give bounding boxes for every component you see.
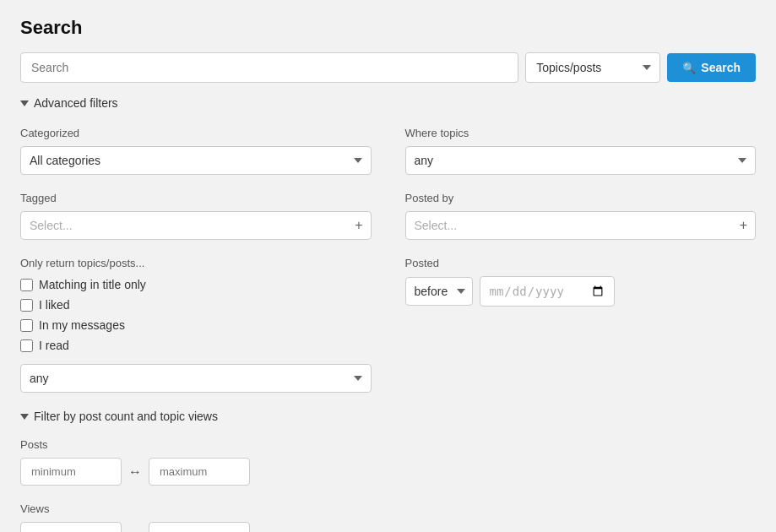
views-min-input[interactable] xyxy=(20,522,122,532)
where-topics-label: Where topics xyxy=(405,127,757,139)
posted-row: before after xyxy=(405,276,757,307)
posts-range-row: ↔ xyxy=(20,458,756,486)
checkbox-in-my-messages[interactable]: In my messages xyxy=(20,318,372,332)
filter-by-toggle[interactable]: Filter by post count and topic views xyxy=(20,410,756,423)
posted-by-section: Posted by Select... + xyxy=(405,192,757,240)
status-select-wrap: any open closed archived noreplies xyxy=(20,364,372,393)
posted-by-select-wrap: Select... + xyxy=(405,211,757,240)
posted-label: Posted xyxy=(405,257,757,269)
search-input[interactable] xyxy=(20,52,518,83)
posted-by-select[interactable]: Select... xyxy=(405,211,757,240)
categorized-section: Categorized All categories Uncategorized… xyxy=(20,127,372,175)
tagged-label: Tagged xyxy=(20,192,372,204)
where-topics-section: Where topics any my posts bookmarked xyxy=(405,127,757,175)
tagged-select-wrap: Select... + xyxy=(20,211,372,240)
tagged-select[interactable]: Select... xyxy=(20,211,372,240)
categorized-label: Categorized xyxy=(20,127,372,139)
views-max-input[interactable] xyxy=(149,522,250,532)
checkbox-i-liked[interactable]: I liked xyxy=(20,298,372,312)
date-input[interactable] xyxy=(480,276,615,307)
before-after-select[interactable]: before after xyxy=(405,277,473,306)
search-button[interactable]: 🔍 Search xyxy=(667,53,756,82)
posts-range-section: Posts ↔ xyxy=(20,438,756,486)
range-arrow-icon: ↔ xyxy=(128,464,142,480)
views-range-arrow-icon: ↔ xyxy=(128,529,142,533)
checkbox-group: Matching in title only I liked In my mes… xyxy=(20,278,372,352)
checkbox-matching-title[interactable]: Matching in title only xyxy=(20,278,372,291)
posts-range-label: Posts xyxy=(20,438,756,451)
checkbox-i-read[interactable]: I read xyxy=(20,339,372,352)
posted-by-label: Posted by xyxy=(405,192,757,204)
posted-section: Posted before after xyxy=(405,257,757,307)
filters-grid: Categorized All categories Uncategorized… xyxy=(20,127,756,410)
posts-max-input[interactable] xyxy=(149,458,250,486)
search-icon: 🔍 xyxy=(682,62,696,74)
checkbox-in-my-messages-input[interactable] xyxy=(20,319,33,332)
topics-posts-select[interactable]: Topics/posts xyxy=(525,52,660,83)
right-column: Where topics any my posts bookmarked Pos… xyxy=(405,127,757,410)
status-select[interactable]: any open closed archived noreplies xyxy=(20,364,372,393)
where-topics-select[interactable]: any my posts bookmarked xyxy=(405,146,757,175)
tagged-section: Tagged Select... + xyxy=(20,192,372,240)
views-range-section: Views ↔ xyxy=(20,502,756,532)
checkbox-i-read-input[interactable] xyxy=(20,339,33,352)
only-return-label: Only return topics/posts... xyxy=(20,257,372,269)
search-bar: Topics/posts 🔍 Search xyxy=(20,52,756,83)
triangle-icon xyxy=(20,100,29,106)
categorized-select[interactable]: All categories Uncategorized Site Feedba… xyxy=(20,146,372,175)
filter-by-triangle-icon xyxy=(20,414,29,420)
left-column: Categorized All categories Uncategorized… xyxy=(20,127,372,410)
checkbox-matching-title-input[interactable] xyxy=(20,279,33,291)
posts-min-input[interactable] xyxy=(20,458,122,486)
views-range-row: ↔ xyxy=(20,522,756,532)
filter-by-section: Filter by post count and topic views Pos… xyxy=(20,410,756,532)
checkbox-i-liked-input[interactable] xyxy=(20,299,33,312)
page-title: Search xyxy=(20,17,756,39)
only-return-section: Only return topics/posts... Matching in … xyxy=(20,257,372,393)
views-range-label: Views xyxy=(20,502,756,515)
advanced-filters-toggle[interactable]: Advanced filters xyxy=(20,96,756,110)
